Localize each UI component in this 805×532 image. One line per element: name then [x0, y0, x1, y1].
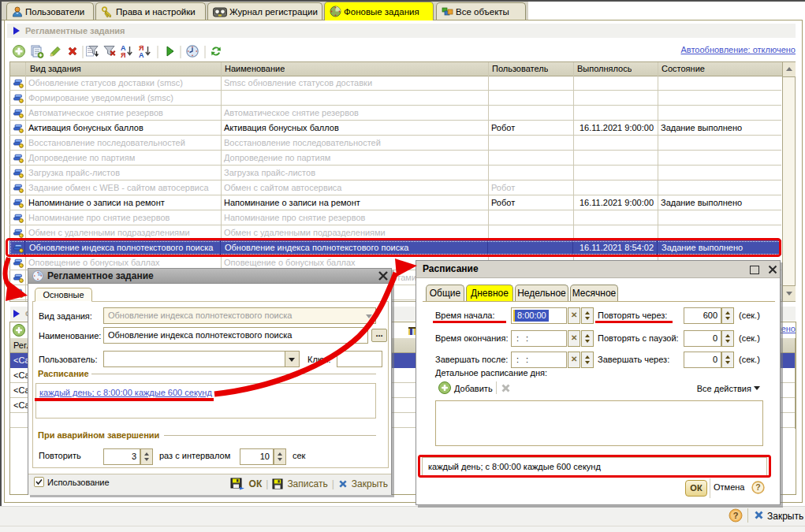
svg-text:Я: Я — [121, 51, 125, 59]
svg-text:?: ? — [755, 482, 760, 492]
svg-text:А: А — [139, 51, 144, 59]
svg-text:?: ? — [733, 511, 739, 520]
